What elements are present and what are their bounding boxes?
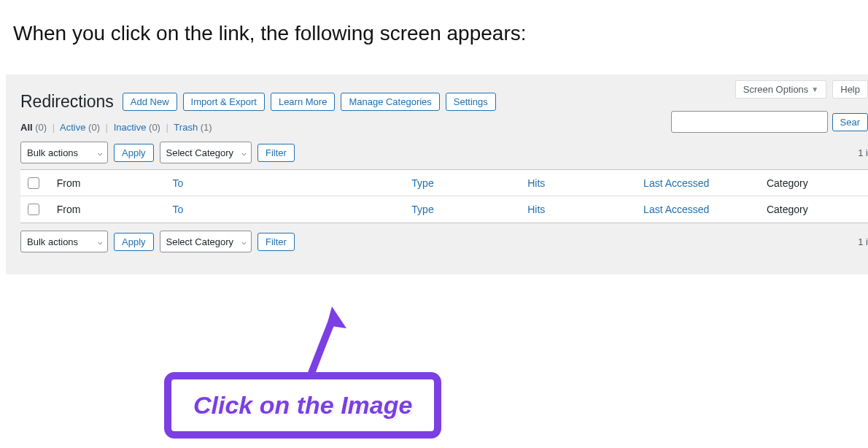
filter-button-top[interactable]: Filter (257, 144, 295, 162)
callout-box: Click on the Image (164, 372, 441, 439)
bulk-actions-label: Bulk actions (27, 147, 78, 158)
admin-panel: Screen Options ▼ Help Redirections Add N… (6, 74, 868, 274)
import-export-button[interactable]: Import & Export (183, 93, 265, 111)
col-category-header: Category (767, 177, 861, 189)
filter-button-bottom[interactable]: Filter (257, 233, 295, 251)
screen-options-label: Screen Options (743, 84, 809, 95)
col-last-footer[interactable]: Last Accessed (643, 204, 709, 215)
help-button[interactable]: Help (832, 80, 868, 99)
filter-inactive-count: (0) (149, 122, 160, 133)
chevron-down-icon: ▼ (811, 85, 818, 93)
table-header: From To Type Hits Last Accessed Category (20, 170, 868, 196)
bulk-actions-select-bottom[interactable]: Bulk actions ⌵ (20, 231, 108, 252)
col-type-header[interactable]: Type (411, 177, 433, 189)
col-to-footer[interactable]: To (173, 204, 184, 215)
actions-row-top: Bulk actions ⌵ Apply Select Category ⌵ F… (20, 142, 868, 163)
select-category[interactable]: Select Category ⌵ (160, 142, 252, 163)
col-category-footer: Category (767, 204, 861, 215)
bulk-actions-select[interactable]: Bulk actions ⌵ (20, 142, 108, 163)
col-to-header[interactable]: To (173, 177, 184, 189)
callout-text: Click on the Image (193, 391, 412, 419)
filter-active-count: (0) (88, 122, 100, 133)
filter-all[interactable]: All (20, 122, 33, 133)
select-all-checkbox[interactable] (28, 177, 39, 189)
table: From To Type Hits Last Accessed Category… (20, 169, 868, 223)
table-footer: From To Type Hits Last Accessed Category (20, 196, 868, 223)
filter-active[interactable]: Active (60, 122, 85, 133)
item-count-bottom: 1 i (858, 236, 868, 247)
select-category-label: Select Category (166, 147, 234, 158)
chevron-down-icon: ⌵ (98, 237, 103, 247)
chevron-down-icon: ⌵ (241, 148, 247, 158)
search-input[interactable] (671, 111, 828, 133)
chevron-down-icon: ⌵ (241, 237, 247, 247)
col-last-header[interactable]: Last Accessed (643, 177, 709, 189)
select-category-label-bottom: Select Category (166, 236, 234, 247)
bulk-actions-label-bottom: Bulk actions (27, 236, 78, 247)
item-count-top: 1 i (858, 147, 868, 158)
col-hits-header[interactable]: Hits (527, 177, 545, 189)
col-from-header: From (57, 177, 173, 189)
apply-button-top[interactable]: Apply (114, 144, 154, 162)
manage-categories-button[interactable]: Manage Categories (341, 93, 439, 111)
filter-all-count: (0) (35, 122, 47, 133)
add-new-button[interactable]: Add New (123, 93, 177, 111)
help-label: Help (840, 84, 860, 95)
separator: | (53, 122, 55, 133)
svg-marker-0 (327, 306, 346, 328)
filter-inactive[interactable]: Inactive (114, 122, 147, 133)
col-hits-footer[interactable]: Hits (527, 204, 545, 215)
select-all-checkbox-footer[interactable] (28, 204, 39, 215)
top-right-controls: Screen Options ▼ Help (735, 80, 868, 99)
separator: | (166, 122, 168, 133)
search-button[interactable]: Sear (832, 113, 868, 131)
screen-options-button[interactable]: Screen Options ▼ (735, 80, 827, 99)
apply-button-bottom[interactable]: Apply (114, 233, 154, 251)
actions-row-bottom: Bulk actions ⌵ Apply Select Category ⌵ F… (20, 231, 868, 252)
col-type-footer[interactable]: Type (411, 204, 433, 215)
settings-button[interactable]: Settings (446, 93, 496, 111)
select-category-bottom[interactable]: Select Category ⌵ (160, 231, 252, 252)
intro-text: When you click on the link, the followin… (0, 0, 868, 60)
filter-trash-count: (1) (201, 122, 212, 133)
learn-more-button[interactable]: Learn More (271, 93, 335, 111)
chevron-down-icon: ⌵ (98, 148, 103, 158)
page-title: Redirections (20, 92, 114, 112)
search-area: Sear (671, 111, 868, 133)
separator: | (106, 122, 108, 133)
col-from-footer: From (57, 204, 173, 215)
filter-trash[interactable]: Trash (174, 122, 198, 133)
